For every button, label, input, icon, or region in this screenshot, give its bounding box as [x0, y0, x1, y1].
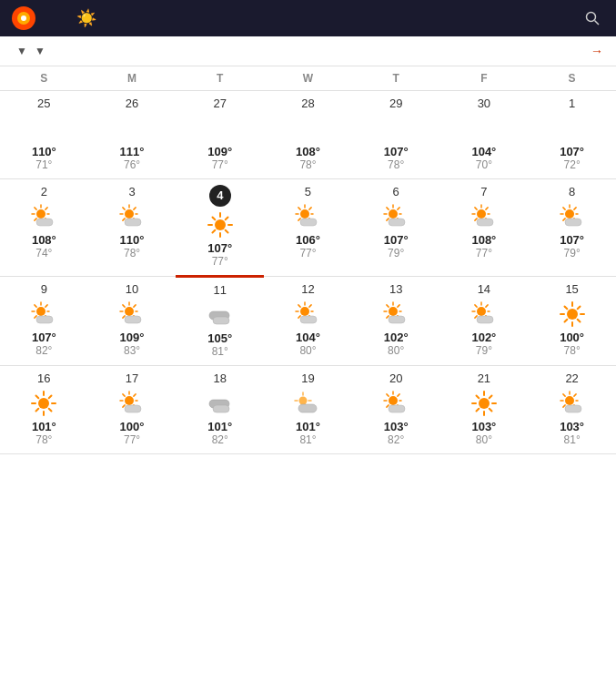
- calendar-sub-header: ▼ ▼ →: [0, 36, 616, 66]
- calendar-day-cell[interactable]: 13 102°80°: [352, 277, 440, 366]
- day-number: 26: [90, 97, 175, 110]
- svg-line-104: [298, 316, 300, 318]
- svg-line-189: [563, 405, 565, 407]
- weather-icon-container: [266, 112, 350, 145]
- calendar-day-cell[interactable]: 7 108°77°: [440, 179, 529, 277]
- day-number: 27: [177, 97, 262, 110]
- weather-icon-container: [177, 112, 262, 145]
- svg-line-42: [298, 219, 300, 220]
- calendar-day-cell[interactable]: 12 104°80°: [264, 277, 352, 366]
- day-number: 13: [354, 282, 439, 296]
- calendar-day-cell[interactable]: 11 105°81°: [176, 277, 264, 366]
- high-temp: 107°: [530, 233, 614, 247]
- calendar-day-cell[interactable]: 27109°77°: [176, 91, 264, 179]
- calendar-day-cell[interactable]: 17 100°77°: [88, 366, 177, 454]
- calendar-day-cell[interactable]: 8 107°79°: [528, 179, 616, 277]
- day-number: 14: [442, 282, 527, 296]
- search-button[interactable]: [585, 11, 605, 25]
- day-of-week-header: T: [352, 66, 440, 91]
- svg-rect-105: [300, 316, 317, 323]
- calendar-day-cell[interactable]: 29107°78°: [352, 91, 440, 179]
- weather-icon-container: [266, 387, 350, 420]
- svg-line-31: [225, 230, 227, 233]
- calendar-day-cell[interactable]: 18 101°82°: [176, 366, 264, 454]
- svg-line-10: [35, 208, 36, 209]
- weather-icon-container: [530, 387, 614, 420]
- svg-line-114: [387, 316, 389, 318]
- low-temp: 82°: [177, 433, 262, 446]
- high-temp: 109°: [90, 331, 175, 344]
- svg-point-162: [389, 396, 398, 405]
- calendar-day-cell[interactable]: 9 107°82°: [0, 277, 88, 366]
- low-temp: 78°: [266, 158, 350, 171]
- calendar-week-row: 9 107°82°10 109°83°11 105°81°12: [0, 277, 616, 366]
- svg-point-2: [21, 15, 26, 21]
- weather-icon-container: [177, 209, 262, 241]
- weather-icon-container: [90, 200, 175, 233]
- low-temp: 71°: [2, 158, 86, 171]
- day-number: 9: [2, 282, 86, 296]
- low-temp: 70°: [442, 158, 527, 171]
- svg-line-71: [574, 208, 576, 209]
- calendar-day-cell[interactable]: 16 101°78°: [0, 366, 88, 454]
- svg-line-23: [123, 219, 125, 220]
- svg-point-144: [125, 396, 134, 405]
- calendar-day-cell[interactable]: 10 109°83°: [88, 277, 177, 366]
- svg-line-149: [123, 394, 125, 396]
- svg-rect-14: [36, 219, 53, 226]
- svg-line-62: [475, 219, 477, 220]
- svg-point-156: [299, 397, 308, 405]
- svg-point-44: [389, 209, 398, 219]
- high-temp: 103°: [530, 420, 614, 433]
- calendar-day-cell[interactable]: 5 106°77°: [264, 179, 352, 277]
- svg-point-135: [38, 398, 49, 409]
- day-number: 17: [90, 371, 175, 385]
- daily-link[interactable]: →: [587, 44, 603, 58]
- svg-line-81: [45, 305, 47, 307]
- weather-icon-container: [177, 299, 262, 331]
- calendar-day-cell[interactable]: 6 107°79°: [352, 179, 440, 277]
- svg-line-32: [225, 218, 227, 220]
- weather-icon-container: [177, 387, 262, 420]
- svg-rect-153: [125, 405, 141, 412]
- high-temp: 107°: [354, 233, 439, 247]
- calendar-day-cell[interactable]: 19 101°81°: [264, 366, 352, 454]
- current-weather-icon: ☀️: [76, 8, 96, 28]
- svg-rect-115: [389, 316, 405, 323]
- svg-line-186: [563, 394, 565, 396]
- calendar-day-cell[interactable]: 15 100°78°: [528, 277, 616, 366]
- calendar-day-cell[interactable]: 30104°70°: [440, 91, 529, 179]
- svg-line-92: [123, 316, 125, 318]
- svg-point-181: [565, 396, 574, 405]
- daily-arrow-icon: →: [591, 44, 603, 58]
- day-of-week-header: S: [528, 66, 616, 91]
- calendar-day-cell[interactable]: 1107°72°: [528, 91, 616, 179]
- svg-line-33: [212, 230, 215, 233]
- calendar-day-cell[interactable]: 2 108°74°: [0, 179, 88, 277]
- high-temp: 110°: [2, 145, 86, 158]
- svg-point-74: [36, 307, 45, 316]
- calendar-day-cell[interactable]: 14 102°79°: [440, 277, 529, 366]
- month-year-selector[interactable]: ▼ ▼: [13, 45, 45, 57]
- calendar-day-cell[interactable]: 25110°71°: [0, 91, 88, 179]
- calendar-day-cell[interactable]: 20 103°82°: [352, 366, 440, 454]
- svg-point-34: [300, 209, 309, 219]
- svg-rect-161: [298, 404, 317, 412]
- header: ☀️: [0, 0, 616, 36]
- day-number: 22: [530, 371, 614, 385]
- calendar-day-cell[interactable]: 26111°76°: [88, 91, 177, 179]
- low-temp: 82°: [354, 433, 439, 446]
- svg-line-49: [387, 208, 389, 209]
- calendar-day-cell[interactable]: 4 107°77°: [176, 179, 264, 277]
- svg-line-134: [564, 320, 567, 322]
- low-temp: 79°: [442, 344, 527, 357]
- svg-point-5: [36, 209, 45, 219]
- calendar-day-cell[interactable]: 3 110°78°: [88, 179, 177, 277]
- calendar-day-cell[interactable]: 22 103°81°: [528, 366, 616, 454]
- calendar-header-row: SMTWTFS: [0, 66, 616, 91]
- calendar-day-cell[interactable]: 28108°78°: [264, 91, 352, 179]
- day-number: 6: [354, 185, 439, 198]
- svg-line-169: [398, 394, 399, 396]
- calendar-day-cell[interactable]: 21 103°80°: [440, 366, 529, 454]
- svg-line-82: [35, 316, 36, 318]
